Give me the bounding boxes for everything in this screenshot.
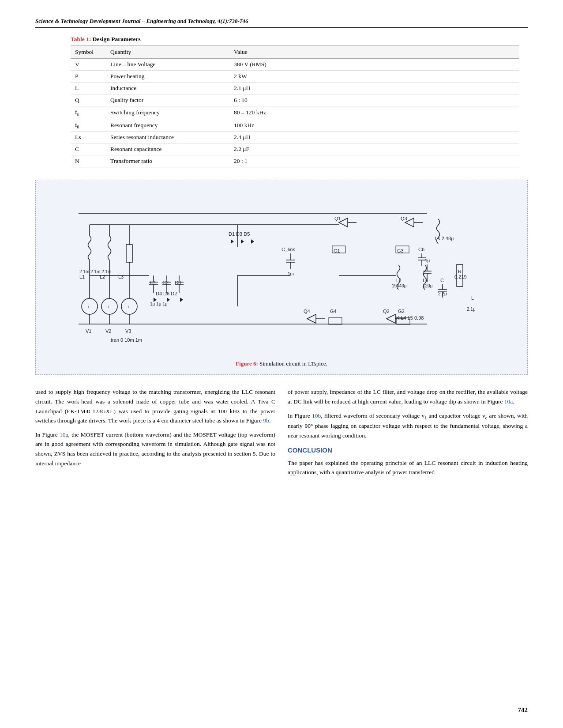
svg-text:L2: L2	[100, 274, 105, 279]
svg-text:19440μ: 19440μ	[392, 283, 407, 288]
cell-value: 100 kHz	[229, 119, 519, 132]
svg-text:.tran 0 10m 1m: .tran 0 10m 1m	[109, 337, 142, 343]
cell-quantity: Resonant capacitance	[106, 143, 229, 155]
ref-10a-1[interactable]: 10a	[60, 431, 68, 438]
cell-symbol: L	[71, 83, 106, 94]
svg-text:1μ  1μ  1μ: 1μ 1μ 1μ	[150, 302, 168, 306]
col2-para2: In Figure 10b, filtered waveform of seco…	[288, 411, 528, 441]
cell-value: 6 : 10	[229, 94, 519, 106]
svg-text:0.219: 0.219	[454, 274, 467, 279]
ref-10b[interactable]: 10b	[312, 412, 321, 419]
svg-text:2.1μ: 2.1μ	[467, 307, 476, 312]
cell-symbol: Ls	[71, 132, 106, 143]
table-row: QQuality factor6 : 10	[71, 94, 519, 106]
figure-section: + V1 + V2 + V3 .tran 0 10m 1m 2.	[35, 180, 528, 375]
svg-text:G1: G1	[334, 248, 340, 253]
figure-caption-text: Simulation circuit in LTspice.	[259, 360, 327, 367]
journal-header: Science & Technology Development Journal…	[35, 18, 528, 28]
svg-text:Q2: Q2	[383, 309, 390, 314]
svg-text:Q1: Q1	[334, 216, 341, 221]
two-column-text: used to supply high frequency voltage to…	[35, 387, 528, 481]
cell-value: 2.4 μH	[229, 132, 519, 143]
cell-quantity: Series resonant inductance	[106, 132, 229, 143]
svg-text:+: +	[107, 305, 110, 309]
page: Science & Technology Development Journal…	[0, 0, 563, 728]
col2-para1: of power supply, impedance of the LC fil…	[288, 387, 528, 406]
ref-10a-2[interactable]: 10a	[504, 398, 513, 405]
svg-text:L: L	[471, 295, 474, 301]
svg-text:L1: L1	[79, 274, 85, 279]
cell-value: 2 kW	[229, 71, 519, 83]
journal-header-text: Science & Technology Development Journal…	[35, 18, 248, 24]
col-symbol: Symbol	[71, 46, 106, 59]
figure-label: Figure 6:	[236, 360, 258, 367]
col-quantity: Quantity	[106, 46, 229, 59]
svg-text:V3: V3	[125, 328, 131, 334]
cell-quantity: Resonant frequency	[106, 119, 229, 132]
svg-text:C_link: C_link	[282, 247, 295, 252]
table-row: fsSwitching frequency80 – 120 kHz	[71, 106, 519, 119]
cell-value: 2.2 μF	[229, 143, 519, 155]
cell-quantity: Line – line Voltage	[106, 59, 229, 71]
table-row: CResonant capacitance2.2 μF	[71, 143, 519, 155]
table-header-row: Symbol Quantity Value	[71, 46, 519, 59]
cell-symbol: P	[71, 71, 106, 83]
column-left: used to supply high frequency voltage to…	[35, 387, 275, 481]
table-row: NTransformer ratio20 : 1	[71, 155, 519, 167]
svg-text:Cb: Cb	[418, 247, 424, 252]
table-row: LsSeries resonant inductance2.4 μH	[71, 132, 519, 143]
svg-text:Q4: Q4	[304, 309, 310, 314]
cell-symbol: N	[71, 155, 106, 167]
table-row: PPower heating2 kW	[71, 71, 519, 83]
table-title: Table 1: Design Parameters	[71, 36, 519, 43]
cell-quantity: Inductance	[106, 83, 229, 94]
cell-symbol: C	[71, 143, 106, 155]
col1-para2: In Figure 10a, the MOSFET current (botto…	[35, 430, 275, 468]
svg-text:Q3: Q3	[401, 216, 407, 221]
cell-quantity: Transformer ratio	[106, 155, 229, 167]
table-section: Table 1: Design Parameters Symbol Quanti…	[35, 36, 528, 167]
svg-text:Ls 2.48μ: Ls 2.48μ	[435, 236, 454, 241]
cell-value: 80 – 120 kHz	[229, 106, 519, 119]
circuit-diagram: + V1 + V2 + V3 .tran 0 10m 1m 2.	[43, 187, 520, 356]
cell-quantity: Switching frequency	[106, 106, 229, 119]
cell-quantity: Quality factor	[106, 94, 229, 106]
table-row: VLine – line Voltage380 V (RMS)	[71, 59, 519, 71]
ref-9b[interactable]: 9b	[263, 417, 269, 424]
svg-text:L3: L3	[118, 274, 124, 279]
table-row: f0Resonant frequency100 kHz	[71, 119, 519, 132]
svg-text:C: C	[440, 278, 444, 283]
svg-text:D1 D3 D5: D1 D3 D5	[229, 231, 250, 237]
svg-text:D4 D6 D2: D4 D6 D2	[156, 291, 177, 296]
col-value: Value	[229, 46, 519, 59]
design-params-table: Symbol Quantity Value VLine – line Volta…	[71, 45, 519, 167]
cell-value: 2.1 μH	[229, 83, 519, 94]
svg-text:+: +	[127, 305, 130, 309]
cell-symbol: f0	[71, 119, 106, 132]
cell-value: 20 : 1	[229, 155, 519, 167]
table-label: Table 1:	[71, 36, 91, 42]
svg-text:G4: G4	[330, 309, 337, 314]
circuit-svg: + V1 + V2 + V3 .tran 0 10m 1m 2.	[43, 187, 520, 355]
svg-text:+: +	[87, 305, 90, 309]
cell-symbol: fs	[71, 106, 106, 119]
cell-symbol: Q	[71, 94, 106, 106]
cell-quantity: Power heating	[106, 71, 229, 83]
table-row: LInductance2.1 μH	[71, 83, 519, 94]
conclusion-para: The paper has explained the operating pr…	[288, 458, 528, 477]
conclusion-heading: CONCLUSION	[288, 445, 528, 456]
cell-symbol: V	[71, 59, 106, 71]
svg-text:G3: G3	[397, 248, 404, 253]
svg-text:1μ: 1μ	[425, 258, 430, 263]
svg-text:L5: L5	[423, 278, 428, 283]
svg-text:V1: V1	[86, 328, 91, 334]
cell-value: 380 V (RMS)	[229, 59, 519, 71]
figure-caption: Figure 6: Simulation circuit in LTspice.	[43, 360, 520, 367]
svg-text:2.1m 2.1m 2.1m: 2.1m 2.1m 2.1m	[79, 269, 111, 274]
svg-text:L4: L4	[396, 278, 402, 283]
svg-text:G2: G2	[398, 309, 405, 314]
svg-text:V2: V2	[105, 328, 111, 334]
column-right: of power supply, impedance of the LC fil…	[288, 387, 528, 481]
page-number: 742	[518, 706, 528, 714]
col1-para1: used to supply high frequency voltage to…	[35, 387, 275, 425]
